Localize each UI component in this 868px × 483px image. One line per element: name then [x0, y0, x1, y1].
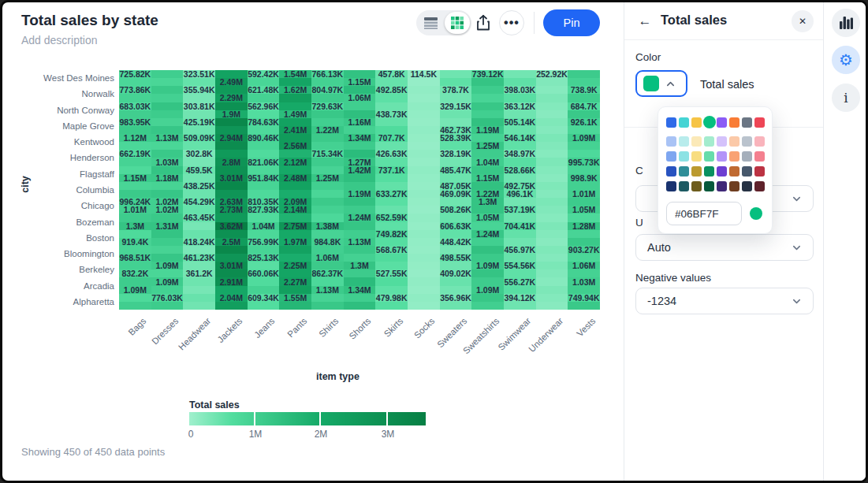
heatmap-cell[interactable]: [279, 70, 311, 79]
heatmap-cell[interactable]: [504, 70, 536, 79]
heatmap-cell[interactable]: [279, 277, 311, 286]
heatmap-cell[interactable]: [375, 230, 408, 239]
heatmap-cell[interactable]: [471, 262, 504, 270]
palette-swatch[interactable]: [704, 166, 714, 176]
heatmap-cell[interactable]: [183, 86, 215, 95]
heatmap-cell[interactable]: [471, 254, 504, 262]
heatmap-cell[interactable]: [375, 238, 408, 247]
heatmap-cell[interactable]: [375, 150, 408, 158]
heatmap-cell[interactable]: [215, 254, 248, 262]
heatmap-cell[interactable]: [183, 254, 215, 262]
palette-swatch[interactable]: [742, 136, 752, 147]
heatmap-cell[interactable]: [408, 134, 440, 143]
heatmap-cell[interactable]: [248, 238, 280, 247]
heatmap-cell[interactable]: [375, 142, 408, 150]
heatmap-cell[interactable]: [215, 302, 248, 310]
heatmap-cell[interactable]: [279, 302, 311, 310]
palette-swatch[interactable]: [666, 181, 676, 191]
heatmap-cell[interactable]: [504, 86, 536, 95]
heatmap-cell[interactable]: [440, 222, 472, 231]
heatmap-cell[interactable]: [344, 118, 376, 127]
heatmap-cell[interactable]: [568, 174, 600, 183]
heatmap-cell[interactable]: [471, 182, 504, 191]
heatmap-cell[interactable]: [248, 222, 280, 231]
heatmap-cell[interactable]: [311, 78, 344, 87]
heatmap-cell[interactable]: [311, 222, 344, 231]
heatmap-cell[interactable]: [408, 182, 440, 191]
heatmap-cell[interactable]: [311, 182, 344, 191]
heatmap-cell[interactable]: [215, 142, 248, 150]
heatmap-cell[interactable]: [408, 214, 440, 222]
heatmap-cell[interactable]: [248, 230, 280, 239]
palette-swatch[interactable]: [729, 136, 739, 147]
heatmap-cell[interactable]: [344, 254, 376, 262]
heatmap-cell[interactable]: [568, 134, 600, 143]
palette-swatch[interactable]: [717, 136, 727, 147]
heatmap-cell[interactable]: [183, 230, 215, 239]
heatmap-cell[interactable]: [215, 230, 248, 239]
heatmap-cell[interactable]: [471, 230, 504, 239]
heatmap-cell[interactable]: [248, 182, 280, 191]
heatmap-cell[interactable]: [375, 277, 408, 286]
heatmap-cell[interactable]: [568, 262, 600, 270]
heatmap-cell[interactable]: [504, 286, 536, 295]
heatmap-cell[interactable]: [471, 174, 504, 183]
heatmap-cell[interactable]: [151, 86, 184, 95]
heatmap-cell[interactable]: [151, 70, 184, 79]
heatmap-cell[interactable]: [375, 206, 408, 214]
heatmap-cell[interactable]: [536, 134, 568, 143]
heatmap-cell[interactable]: [279, 166, 311, 175]
heatmap-cell[interactable]: [504, 110, 536, 119]
heatmap-cell[interactable]: [471, 277, 504, 286]
heatmap-cell[interactable]: [183, 277, 215, 286]
heatmap-cell[interactable]: [375, 286, 408, 295]
heatmap-cell[interactable]: [311, 238, 344, 247]
heatmap-cell[interactable]: [183, 134, 215, 143]
heatmap-cell[interactable]: [311, 302, 344, 310]
heatmap-cell[interactable]: [279, 150, 311, 158]
heatmap-cell[interactable]: [151, 158, 184, 166]
heatmap-cell[interactable]: [344, 174, 376, 183]
heatmap-cell[interactable]: [183, 262, 215, 270]
palette-swatch[interactable]: [679, 151, 689, 162]
heatmap-cell[interactable]: [408, 94, 440, 102]
heatmap-cell[interactable]: [536, 269, 568, 278]
heatmap-cell[interactable]: [440, 94, 472, 102]
heatmap-cell[interactable]: [440, 302, 472, 310]
palette-swatch[interactable]: [691, 117, 702, 128]
heatmap-cell[interactable]: [440, 102, 472, 111]
heatmap-cell[interactable]: [408, 254, 440, 262]
palette-swatch[interactable]: [717, 151, 727, 162]
heatmap-cell[interactable]: [408, 206, 440, 214]
heatmap-cell[interactable]: [279, 182, 311, 191]
heatmap-cell[interactable]: [248, 94, 280, 102]
heatmap-cell[interactable]: [183, 246, 215, 255]
heatmap-cell[interactable]: [375, 126, 408, 135]
heatmap-cell[interactable]: [471, 102, 504, 111]
heatmap-view-button[interactable]: [445, 12, 470, 34]
heatmap-cell[interactable]: [536, 277, 568, 286]
heatmap-cell[interactable]: [119, 262, 151, 270]
heatmap-cell[interactable]: [151, 174, 184, 183]
heatmap-cell[interactable]: [215, 190, 248, 199]
heatmap-cell[interactable]: [311, 286, 344, 295]
heatmap-cell[interactable]: [536, 246, 568, 255]
heatmap-cell[interactable]: [183, 94, 215, 102]
heatmap-cell[interactable]: [151, 206, 184, 214]
heatmap-cell[interactable]: [568, 182, 600, 191]
heatmap-cell[interactable]: [471, 269, 504, 278]
heatmap-cell[interactable]: [119, 198, 151, 206]
palette-swatch[interactable]: [691, 166, 702, 176]
heatmap-cell[interactable]: [375, 86, 408, 95]
heatmap-cell[interactable]: [119, 166, 151, 175]
heatmap-cell[interactable]: [344, 134, 376, 143]
palette-swatch[interactable]: [754, 181, 765, 191]
heatmap-cell[interactable]: [471, 190, 504, 199]
heatmap-cell[interactable]: [248, 269, 280, 278]
palette-swatch[interactable]: [729, 166, 739, 176]
heatmap-cell[interactable]: [375, 110, 408, 119]
heatmap-cell[interactable]: [183, 222, 215, 231]
heatmap-cell[interactable]: [568, 166, 600, 175]
heatmap-cell[interactable]: [375, 166, 408, 175]
heatmap-cell[interactable]: [248, 294, 280, 303]
